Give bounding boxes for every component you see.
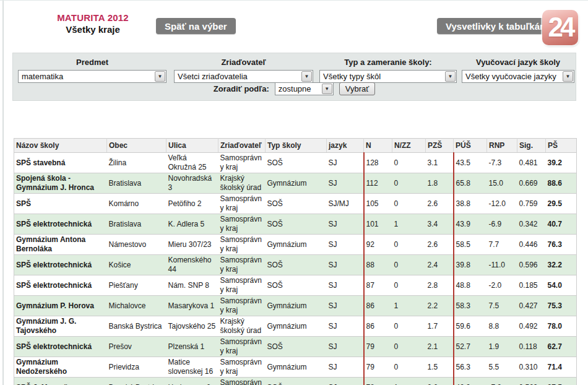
cell-jazyk: SJ [327,173,364,194]
cell-obec: Banská Bystrica [107,378,166,385]
language-select[interactable]: Všetky vyučovacie jazyky ▼ [462,70,574,83]
column-header-ps: PŠ [546,139,577,153]
cell-pus: 58.3 [454,296,487,316]
cell-sig: 0.669 [517,173,546,194]
cell-ps: 75.3 [546,296,577,316]
cell-pus: 58.5 [454,235,487,255]
cell-jazyk: SJ [327,378,364,385]
cell-ps: 62.7 [546,337,577,357]
cell-pzs: 3.4 [426,214,454,235]
cell-obec: Bratislava [107,173,166,194]
cell-nazov-skoly: SPŠ elektrotechnická [14,337,107,357]
results-table-body: SPŠ stavebnáŽilinaVeľká Okružná 25Samosp… [14,153,577,385]
table-header-row: Názov školyObecUlicaZriaďovateľTyp školy… [14,139,577,153]
cell-n: 79 [364,337,392,357]
cell-zriadovatel: Samosprávny kraj [218,214,266,235]
cell-typ-skoly: SOŠ [266,214,327,235]
cell-ulica: Masarykova 1 [166,296,218,316]
cell-ps: 71.4 [546,357,577,378]
cell-pus: 65.8 [454,173,487,194]
cell-obec: Michalovce [107,296,166,316]
cell-pzs: 2.6 [426,194,454,214]
filter-school-type-label: Typ a zameranie školy: [319,58,457,67]
chevron-down-icon[interactable]: ▼ [445,71,456,82]
founder-select-value: Všetci zriaďovatelia [175,72,301,81]
cell-ps: 54.0 [546,275,577,296]
sort-row: Zoradiť podľa: zostupne ▼ Vybrať [13,82,576,95]
founder-select[interactable]: Všetci zriaďovatelia ▼ [174,70,313,83]
cell-nazov-skoly: SPŠ stavebná [14,153,107,173]
maturita-title: MATURITA 2012 [37,12,149,23]
cell-zriadovatel: Krajský školský úrad [218,173,266,194]
cell-rnp: 1.9 [487,337,517,357]
cell-typ-skoly: Gymnázium [266,357,327,378]
cell-pzs: 2.6 [426,235,454,255]
column-header-n: N [364,139,392,153]
region-subtitle: Všetky kraje [37,24,149,35]
chevron-down-icon[interactable]: ▼ [563,71,573,82]
filter-panel: Predmet matematika ▼ Zriaďovateľ Všetci … [12,53,576,101]
cell-pzs: 1.7 [426,316,454,337]
cell-ps: 76.3 [546,235,577,255]
cell-n: 105 [364,194,392,214]
filter-founder: Zriaďovateľ Všetci zriaďovatelia ▼ [174,58,313,83]
table-row: Gymnázium J. G. TajovskéhoBanská Bystric… [14,316,577,337]
cell-pus: 39.8 [454,255,487,275]
sort-label: Zoradiť podľa: [214,84,269,93]
cell-jazyk: SJ [327,255,364,275]
subject-select[interactable]: matematika ▼ [18,70,166,83]
chevron-down-icon[interactable]: ▼ [301,71,312,82]
cell-pzs: 2.4 [426,255,454,275]
cell-rnp: 8.8 [487,316,517,337]
cell-sig: 0.118 [517,337,546,357]
cell-pus: 59.6 [454,316,487,337]
cell-sig: 0.446 [517,235,546,255]
school-type-select[interactable]: Všetky typy škôl ▼ [319,70,457,83]
cell-ps: 37.5 [546,378,577,385]
cell-obec: Piešťany [107,275,166,296]
sort-order-select[interactable]: zostupne ▼ [275,82,334,95]
chevron-down-icon[interactable]: ▼ [155,71,165,82]
cell-rnp: -7.9 [487,378,517,385]
cell-sig: 0.562 [517,378,546,385]
cell-typ-skoly: SOŠ [266,255,327,275]
column-header-nazov-skoly: Názov školy [14,139,107,153]
cell-ulica: Novohradská 3 [166,173,218,194]
cell-n-zz: 0 [392,153,426,173]
cell-nazov-skoly: SPŠ J. Murgaša [14,378,107,385]
apply-filter-button[interactable]: Vybrať [339,82,375,95]
table-legend-button[interactable]: Vysvetlivky k tabuľkám [437,18,556,34]
cell-nazov-skoly: Gymnázium Antona Bernoláka [14,235,107,255]
cell-pzs: 2.1 [426,337,454,357]
table-row: Gymnázium Antona BernolákaNámestovoMieru… [14,235,577,255]
cell-obec: Bratislava [107,214,166,235]
chevron-down-icon[interactable]: ▼ [322,84,332,94]
table-row: SPŠ J. MurgašaBanská BystricaHurbanova 6… [14,378,577,385]
cell-pus: 38.8 [454,194,487,214]
cell-sig: 0.185 [517,275,546,296]
cell-obec: Žilina [107,153,166,173]
cell-ps: 78.0 [546,316,577,337]
cell-sig: 0.342 [517,214,546,235]
cell-rnp: 5.5 [487,357,517,378]
cell-n-zz: 0 [392,275,426,296]
cell-zriadovatel: Samosprávny kraj [218,255,266,275]
cell-zriadovatel: Samosprávny kraj [218,296,266,316]
cell-obec: Komárno [107,194,166,214]
cell-ps: 88.6 [546,173,577,194]
cell-n-zz: 1 [392,214,426,235]
cell-n-zz: 0 [392,173,426,194]
cell-pus: 42.9 [454,378,487,385]
back-to-selection-button[interactable]: Späť na výber [156,18,236,34]
cell-jazyk: SJ [327,235,364,255]
cell-sig: 0.427 [517,296,546,316]
logo-24: 24 [542,10,578,45]
sort-order-select-value: zostupne [275,84,322,93]
cell-typ-skoly: SOŠ [266,153,327,173]
table-row: SPŠ elektrotechnickáPiešťanyNám. SNP 8Sa… [14,275,577,296]
cell-typ-skoly: Gymnázium [266,173,327,194]
cell-typ-skoly: SOŠ [266,378,327,385]
school-type-select-value: Všetky typy škôl [320,72,445,81]
cell-ulica: Komenského 44 [166,255,218,275]
cell-zriadovatel: Samosprávny kraj [218,378,266,385]
